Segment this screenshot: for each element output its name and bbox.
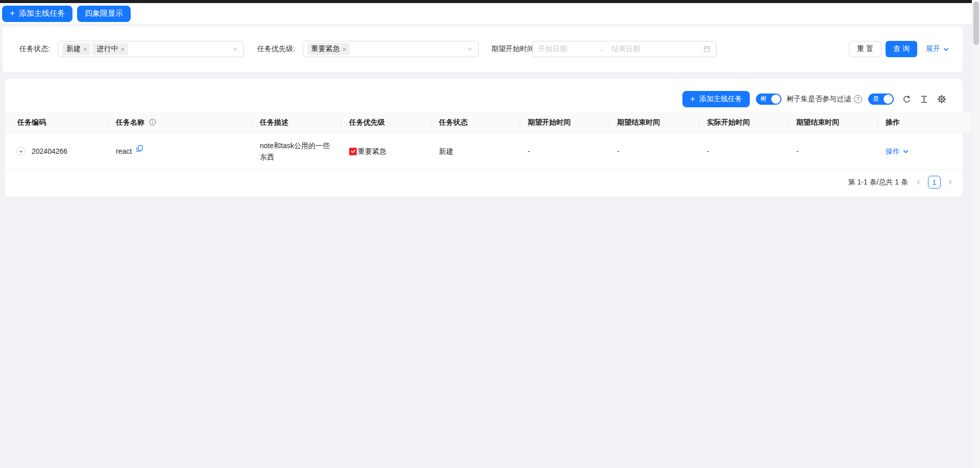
priority-tag-urgent: 重要紧急 × bbox=[307, 43, 350, 55]
settings-gear-icon[interactable] bbox=[937, 95, 946, 104]
add-main-task-button-toolbar[interactable]: + 添加主线任务 bbox=[682, 91, 750, 107]
tree-switch-label: 树 bbox=[761, 96, 767, 102]
table-header-row: 任务编码 任务名称 任务描述 任务优先级 任务状态 bbox=[5, 112, 971, 133]
info-circle-icon[interactable] bbox=[149, 119, 156, 126]
status-tag-new-label: 新建 bbox=[66, 44, 81, 54]
scrollbar-thumb[interactable] bbox=[973, 2, 979, 45]
reload-icon[interactable] bbox=[902, 95, 911, 104]
switch-knob bbox=[884, 95, 893, 104]
col-header-task-status: 任务状态 bbox=[431, 112, 520, 133]
col-header-expected-end: 期望结束时间 bbox=[609, 112, 699, 133]
subtree-filter-text: 树子集是否参与过滤 bbox=[787, 95, 851, 104]
task-priority-value: 重要紧急 bbox=[358, 146, 386, 157]
query-button-label: 查 询 bbox=[893, 44, 910, 54]
arrow-right-icon: → bbox=[598, 45, 604, 53]
add-main-task-label: 添加主线任务 bbox=[19, 9, 65, 18]
task-table: 任务编码 任务名称 任务描述 任务优先级 任务状态 bbox=[5, 112, 971, 170]
col-header-expected-start: 期望开始时间 bbox=[520, 112, 609, 133]
date-range-picker[interactable]: 开始日期 → 结束日期 bbox=[532, 41, 717, 57]
expected-end-value: - bbox=[617, 147, 620, 155]
actual-start-value: - bbox=[707, 147, 709, 155]
cell-task-name: react bbox=[108, 133, 252, 170]
cell-task-description: note和task公用的一些东西 bbox=[252, 133, 341, 170]
cell-actions: 操作 bbox=[877, 133, 971, 170]
priority-tag-urgent-label: 重要紧急 bbox=[311, 44, 340, 54]
task-name-header-label: 任务名称 bbox=[116, 118, 144, 126]
cell-expected-end-2: - bbox=[788, 133, 877, 170]
col-header-task-name: 任务名称 bbox=[108, 112, 252, 133]
expand-filters-label: 展开 bbox=[926, 44, 940, 54]
subtree-switch-label: 是 bbox=[873, 96, 879, 102]
close-icon[interactable]: × bbox=[83, 46, 87, 53]
expected-start-filter-label: 期望开始时间 bbox=[492, 44, 534, 54]
reset-button[interactable]: 重 置 bbox=[849, 41, 881, 57]
copy-icon[interactable] bbox=[136, 145, 143, 152]
quadrant-display-label: 四象限显示 bbox=[85, 9, 123, 18]
priority-select[interactable]: 重要紧急 × bbox=[303, 41, 479, 57]
expand-row-icon[interactable]: + bbox=[16, 147, 26, 156]
add-main-task-toolbar-label: 添加主线任务 bbox=[699, 95, 742, 104]
cell-expected-start: - bbox=[520, 133, 609, 170]
expand-filters-link[interactable]: 展开 bbox=[926, 44, 949, 54]
task-description-value: note和task公用的一些东西 bbox=[260, 140, 333, 162]
calendar-icon bbox=[703, 45, 710, 53]
chevron-down-icon bbox=[467, 46, 473, 52]
priority-check-icon bbox=[349, 148, 357, 155]
chevron-left-icon[interactable] bbox=[915, 179, 922, 185]
expected-end-2-value: - bbox=[796, 147, 799, 155]
col-header-expected-end-2: 期望结束时间 bbox=[788, 112, 877, 133]
plus-icon: + bbox=[690, 95, 695, 103]
column-height-icon[interactable] bbox=[920, 95, 928, 104]
col-header-actual-start: 实际开始时间 bbox=[699, 112, 788, 133]
filter-actions: 重 置 查 询 展开 bbox=[849, 41, 949, 57]
status-select[interactable]: 新建 × 进行中 × bbox=[58, 41, 244, 57]
page-content: + 添加主线任务 四象限显示 任务状态: 新建 × 进行中 × 任务优先级: 重… bbox=[0, 0, 972, 197]
status-tag-inprogress-label: 进行中 bbox=[96, 44, 118, 54]
col-header-task-code: 任务编码 bbox=[5, 112, 108, 133]
plus-icon: + bbox=[10, 9, 15, 17]
filter-panel: 任务状态: 新建 × 进行中 × 任务优先级: 重要紧急 × 期望开 bbox=[2, 26, 963, 73]
col-header-actions: 操作 bbox=[877, 112, 971, 133]
row-actions-dropdown[interactable]: 操作 bbox=[886, 146, 909, 157]
col-header-task-description: 任务描述 bbox=[252, 112, 341, 133]
page-scrollbar[interactable] bbox=[972, 0, 980, 468]
tree-mode-switch[interactable]: 树 bbox=[756, 93, 781, 105]
cell-task-priority: 重要紧急 bbox=[341, 133, 431, 170]
row-actions-label: 操作 bbox=[886, 146, 900, 157]
start-date-placeholder[interactable]: 开始日期 bbox=[538, 44, 567, 54]
switch-knob bbox=[771, 95, 780, 104]
status-tag-new: 新建 × bbox=[62, 43, 91, 55]
status-filter-label: 任务状态: bbox=[19, 44, 50, 54]
question-circle-icon[interactable]: ? bbox=[854, 95, 862, 103]
subtree-filter-switch[interactable]: 是 bbox=[868, 93, 894, 105]
page-number-1[interactable]: 1 bbox=[928, 176, 941, 189]
chevron-down-icon bbox=[943, 46, 949, 53]
pagination: 第 1-1 条/总共 1 条 1 bbox=[5, 176, 963, 189]
chevron-down-icon bbox=[232, 46, 238, 52]
close-icon[interactable]: × bbox=[120, 46, 125, 53]
query-button[interactable]: 查 询 bbox=[886, 41, 917, 57]
cell-task-code: + 202404266 bbox=[5, 133, 108, 170]
task-name-value: react bbox=[116, 147, 132, 155]
task-code-value: 202404266 bbox=[32, 146, 67, 157]
col-header-task-priority: 任务优先级 bbox=[341, 112, 431, 133]
priority-filter-label: 任务优先级: bbox=[257, 44, 295, 54]
cell-actual-start: - bbox=[699, 133, 788, 170]
pagination-summary: 第 1-1 条/总共 1 条 bbox=[848, 178, 908, 187]
close-icon[interactable]: × bbox=[342, 46, 347, 53]
add-main-task-button[interactable]: + 添加主线任务 bbox=[2, 6, 72, 22]
expected-start-value: - bbox=[528, 147, 530, 155]
task-status-value: 新建 bbox=[439, 147, 453, 155]
chevron-down-icon bbox=[902, 148, 909, 155]
cell-task-status: 新建 bbox=[431, 133, 520, 170]
cell-expected-end: - bbox=[609, 133, 699, 170]
status-tag-inprogress: 进行中 × bbox=[92, 43, 128, 55]
end-date-placeholder[interactable]: 结束日期 bbox=[611, 44, 640, 54]
table-toolbar: + 添加主线任务 树 树子集是否参与过滤 ? 是 bbox=[5, 91, 963, 107]
quadrant-display-button[interactable]: 四象限显示 bbox=[77, 6, 131, 22]
table-row: + 202404266 react bbox=[5, 133, 971, 170]
chevron-right-icon[interactable] bbox=[947, 179, 953, 185]
task-table-panel: + 添加主线任务 树 树子集是否参与过滤 ? 是 bbox=[5, 78, 963, 197]
top-action-bar: + 添加主线任务 四象限显示 bbox=[0, 3, 972, 24]
